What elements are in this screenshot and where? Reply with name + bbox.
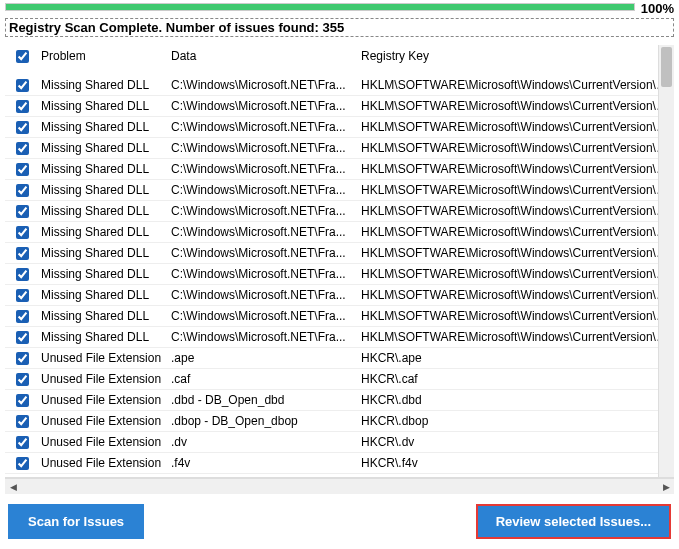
status-header: Registry Scan Complete. Number of issues… [5,18,674,37]
row-checkbox-cell [5,310,39,323]
scroll-left-button[interactable]: ◀ [5,479,21,495]
row-key: HKCR\.dbd [359,393,674,407]
row-data: .dbd - DB_Open_dbd [169,393,359,407]
row-problem: Missing Shared DLL [39,162,169,176]
row-problem: Missing Shared DLL [39,141,169,155]
row-data: .dv [169,435,359,449]
row-problem: Missing Shared DLL [39,267,169,281]
review-selected-issues-button[interactable]: Review selected Issues... [476,504,671,539]
row-key: HKLM\SOFTWARE\Microsoft\Windows\CurrentV… [359,204,674,218]
row-checkbox[interactable] [16,121,29,134]
row-problem: Missing Shared DLL [39,183,169,197]
row-data: C:\Windows\Microsoft.NET\Fra... [169,246,359,260]
row-checkbox[interactable] [16,79,29,92]
row-checkbox-cell [5,163,39,176]
row-checkbox[interactable] [16,163,29,176]
horizontal-scrollbar[interactable]: ◀ ▶ [5,478,674,494]
table-row[interactable]: Missing Shared DLLC:\Windows\Microsoft.N… [5,243,674,264]
row-key: HKCR\.dv [359,435,674,449]
row-checkbox[interactable] [16,100,29,113]
table-row[interactable]: Unused File Extension.dbd - DB_Open_dbdH… [5,390,674,411]
table-row[interactable]: Missing Shared DLLC:\Windows\Microsoft.N… [5,96,674,117]
table-row[interactable]: Unused File Extension.apeHKCR\.ape [5,348,674,369]
row-checkbox-cell [5,142,39,155]
vertical-scrollbar-thumb[interactable] [661,47,672,87]
row-checkbox[interactable] [16,373,29,386]
row-key: HKLM\SOFTWARE\Microsoft\Windows\CurrentV… [359,120,674,134]
row-checkbox[interactable] [16,415,29,428]
table-row[interactable]: Missing Shared DLLC:\Windows\Microsoft.N… [5,264,674,285]
header-checkbox-cell [5,45,39,67]
row-problem: Unused File Extension [39,435,169,449]
row-data: C:\Windows\Microsoft.NET\Fra... [169,288,359,302]
row-key: HKCR\.ape [359,351,674,365]
row-checkbox[interactable] [16,289,29,302]
table-row[interactable]: Missing Shared DLLC:\Windows\Microsoft.N… [5,180,674,201]
row-checkbox[interactable] [16,268,29,281]
row-checkbox-cell [5,331,39,344]
table-row[interactable]: Unused File Extension.cafHKCR\.caf [5,369,674,390]
table-row[interactable]: Missing Shared DLLC:\Windows\Microsoft.N… [5,222,674,243]
table-row[interactable]: Unused File Extension.f4vHKCR\.f4v [5,453,674,474]
row-data: C:\Windows\Microsoft.NET\Fra... [169,330,359,344]
scroll-right-button[interactable]: ▶ [658,479,674,495]
column-header-problem[interactable]: Problem [39,45,169,67]
row-problem: Unused File Extension [39,372,169,386]
row-checkbox-cell [5,457,39,470]
table-header-row: Problem Data Registry Key [5,45,674,75]
row-data: C:\Windows\Microsoft.NET\Fra... [169,267,359,281]
row-checkbox[interactable] [16,247,29,260]
row-checkbox[interactable] [16,184,29,197]
scan-for-issues-button[interactable]: Scan for Issues [8,504,144,539]
row-checkbox-cell [5,289,39,302]
row-data: C:\Windows\Microsoft.NET\Fra... [169,141,359,155]
table-row[interactable]: Missing Shared DLLC:\Windows\Microsoft.N… [5,285,674,306]
table-row[interactable]: Missing Shared DLLC:\Windows\Microsoft.N… [5,138,674,159]
row-key: HKLM\SOFTWARE\Microsoft\Windows\CurrentV… [359,141,674,155]
row-key: HKLM\SOFTWARE\Microsoft\Windows\CurrentV… [359,288,674,302]
row-checkbox[interactable] [16,205,29,218]
footer: Scan for Issues Review selected Issues..… [0,494,679,549]
row-checkbox[interactable] [16,457,29,470]
row-checkbox[interactable] [16,394,29,407]
progress-bar [5,3,635,11]
row-checkbox[interactable] [16,310,29,323]
row-checkbox-cell [5,373,39,386]
row-data: .f4v [169,456,359,470]
row-problem: Unused File Extension [39,351,169,365]
table-row[interactable]: Unused File Extension.dbop - DB_Open_dbo… [5,411,674,432]
row-checkbox-cell [5,352,39,365]
row-key: HKLM\SOFTWARE\Microsoft\Windows\CurrentV… [359,78,674,92]
row-data: C:\Windows\Microsoft.NET\Fra... [169,120,359,134]
row-problem: Missing Shared DLL [39,99,169,113]
table-row[interactable]: Missing Shared DLLC:\Windows\Microsoft.N… [5,159,674,180]
row-checkbox-cell [5,247,39,260]
row-checkbox-cell [5,436,39,449]
row-key: HKLM\SOFTWARE\Microsoft\Windows\CurrentV… [359,309,674,323]
table-row[interactable]: Missing Shared DLLC:\Windows\Microsoft.N… [5,201,674,222]
row-data: C:\Windows\Microsoft.NET\Fra... [169,204,359,218]
row-checkbox[interactable] [16,226,29,239]
row-key: HKCR\.dbop [359,414,674,428]
column-header-data[interactable]: Data [169,45,359,67]
row-checkbox-cell [5,184,39,197]
row-checkbox[interactable] [16,436,29,449]
table-row[interactable]: Missing Shared DLLC:\Windows\Microsoft.N… [5,327,674,348]
table-row[interactable]: Missing Shared DLLC:\Windows\Microsoft.N… [5,306,674,327]
table-row[interactable]: Missing Shared DLLC:\Windows\Microsoft.N… [5,75,674,96]
row-checkbox-cell [5,79,39,92]
select-all-checkbox[interactable] [16,50,29,63]
row-checkbox[interactable] [16,331,29,344]
progress-section: 100% [0,0,679,18]
row-data: C:\Windows\Microsoft.NET\Fra... [169,99,359,113]
row-problem: Missing Shared DLL [39,225,169,239]
vertical-scrollbar[interactable] [658,45,674,477]
row-checkbox-cell [5,100,39,113]
row-checkbox[interactable] [16,352,29,365]
table-row[interactable]: Missing Shared DLLC:\Windows\Microsoft.N… [5,117,674,138]
column-header-key[interactable]: Registry Key [359,45,674,67]
row-data: C:\Windows\Microsoft.NET\Fra... [169,162,359,176]
row-checkbox-cell [5,394,39,407]
table-row[interactable]: Unused File Extension.dvHKCR\.dv [5,432,674,453]
row-checkbox[interactable] [16,142,29,155]
